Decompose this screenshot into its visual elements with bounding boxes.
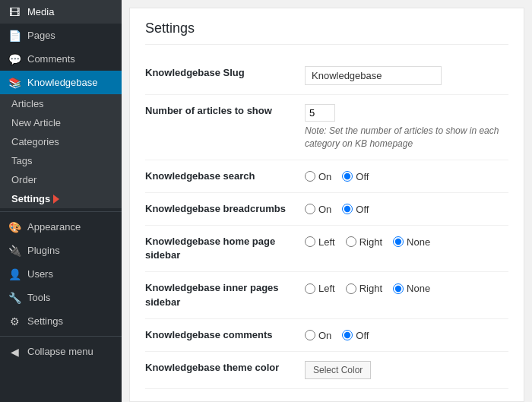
sidebar-item-label: Users: [27, 268, 53, 280]
sidebar-item-tools[interactable]: 🔧 Tools: [0, 286, 122, 309]
home-none-label[interactable]: None: [393, 236, 430, 248]
kb-comments-on-text: On: [318, 330, 331, 341]
settings-panel: Settings Knowledgebase Slug Number of ar…: [129, 8, 524, 402]
sidebar-item-label: Appearance: [27, 221, 81, 233]
sidebar-item-label: Settings: [27, 315, 63, 327]
sidebar-item-comments[interactable]: 💬 Comments: [0, 47, 122, 71]
submenu-item-new-article[interactable]: New Article: [0, 113, 122, 132]
sidebar-item-label: Comments: [27, 53, 75, 65]
search-off-label[interactable]: Off: [342, 171, 369, 182]
table-row: Number of articles to show Note: Set the…: [145, 95, 508, 160]
kb-comments-radio-group: On Off: [305, 328, 508, 341]
theme-color-label: Knowledgebase theme color: [145, 351, 305, 388]
plugins-icon: 🔌: [8, 245, 21, 256]
inner-sidebar-radio-group: Left Right None: [305, 281, 508, 294]
breadcrumbs-off-label[interactable]: Off: [342, 204, 369, 215]
home-none-text: None: [407, 236, 430, 248]
knowledgebase-icon: 📚: [8, 78, 21, 88]
slug-control: [305, 57, 508, 95]
sidebar-item-pages[interactable]: 📄 Pages: [0, 24, 122, 47]
sidebar-item-appearance[interactable]: 🎨 Appearance: [0, 215, 122, 239]
knowledgebase-submenu: Articles New Article Categories Tags Ord…: [0, 94, 122, 208]
submenu-item-order[interactable]: Order: [0, 170, 122, 189]
sidebar-item-label: Knowledgebase: [27, 77, 98, 88]
home-left-text: Left: [318, 236, 335, 248]
sidebar-item-users[interactable]: 👤 Users: [0, 262, 122, 286]
home-sidebar-label: Knowledgebase home page sidebar: [145, 225, 305, 271]
home-none-radio[interactable]: [393, 236, 404, 247]
inner-sidebar-control: Left Right None: [305, 272, 508, 318]
settings-icon: ⚙: [8, 316, 21, 327]
inner-sidebar-label: Knowledgebase inner pages sidebar: [145, 272, 305, 318]
sidebar-item-collapse[interactable]: ◀ Collapse menu: [0, 340, 122, 363]
inner-none-text: None: [407, 283, 430, 294]
search-on-radio[interactable]: [305, 171, 315, 182]
kb-comments-on-radio[interactable]: [305, 330, 315, 340]
sidebar-collapse-label: Collapse menu: [27, 346, 93, 357]
sidebar-item-plugins[interactable]: 🔌 Plugins: [0, 239, 122, 262]
slug-label: Knowledgebase Slug: [145, 57, 305, 95]
media-icon: 🎞: [8, 7, 21, 17]
settings-table: Knowledgebase Slug Number of articles to…: [145, 57, 508, 389]
theme-color-control: Select Color: [305, 351, 508, 388]
search-radio-group: On Off: [305, 169, 508, 182]
submenu-item-categories[interactable]: Categories: [0, 132, 122, 151]
home-right-text: Right: [359, 236, 382, 248]
breadcrumbs-on-text: On: [318, 204, 331, 215]
home-left-radio[interactable]: [305, 236, 315, 247]
search-on-text: On: [318, 171, 331, 182]
inner-left-label[interactable]: Left: [305, 283, 335, 294]
submenu-item-settings[interactable]: Settings: [0, 189, 122, 208]
home-left-label[interactable]: Left: [305, 236, 335, 248]
articles-count-input[interactable]: [305, 104, 335, 122]
breadcrumbs-on-label[interactable]: On: [305, 204, 331, 215]
kb-comments-on-label[interactable]: On: [305, 330, 331, 341]
select-color-button[interactable]: Select Color: [305, 361, 371, 379]
inner-none-label[interactable]: None: [393, 283, 430, 294]
home-sidebar-radio-group: Left Right None: [305, 235, 508, 248]
submenu-item-tags[interactable]: Tags: [0, 151, 122, 170]
breadcrumbs-off-text: Off: [356, 204, 369, 215]
articles-count-label: Number of articles to show: [145, 95, 305, 160]
search-on-label[interactable]: On: [305, 171, 331, 182]
inner-right-radio[interactable]: [346, 283, 356, 294]
table-row: Knowledgebase breadcrumbs On Off: [145, 192, 508, 225]
breadcrumbs-control: On Off: [305, 192, 508, 225]
search-off-radio[interactable]: [342, 171, 353, 182]
slug-input[interactable]: [305, 66, 442, 85]
articles-count-note: Note: Set the number of articles to show…: [305, 125, 508, 150]
tools-icon: 🔧: [8, 293, 21, 303]
comments-icon: 💬: [8, 54, 21, 65]
table-row: Knowledgebase search On Off: [145, 160, 508, 192]
inner-none-radio[interactable]: [393, 283, 404, 294]
inner-left-radio[interactable]: [305, 283, 315, 294]
table-row: Knowledgebase theme color Select Color: [145, 351, 508, 388]
breadcrumbs-on-radio[interactable]: [305, 204, 315, 214]
kb-comments-off-label[interactable]: Off: [342, 330, 369, 341]
sidebar-item-label: Tools: [27, 292, 50, 303]
table-row: Knowledgebase inner pages sidebar Left R…: [145, 272, 508, 318]
home-right-label[interactable]: Right: [346, 236, 382, 248]
home-right-radio[interactable]: [346, 236, 356, 247]
kb-comments-control: On Off: [305, 318, 508, 351]
articles-count-control: Note: Set the number of articles to show…: [305, 95, 508, 160]
breadcrumbs-radio-group: On Off: [305, 202, 508, 215]
table-row: Knowledgebase comments On Off: [145, 318, 508, 351]
inner-right-label[interactable]: Right: [346, 283, 382, 294]
table-row: Knowledgebase Slug: [145, 57, 508, 95]
breadcrumbs-off-radio[interactable]: [342, 204, 353, 214]
sidebar-item-knowledgebase[interactable]: 📚 Knowledgebase: [0, 71, 122, 94]
sidebar-item-label: Plugins: [27, 245, 60, 256]
search-label: Knowledgebase search: [145, 160, 305, 192]
kb-comments-off-text: Off: [356, 330, 369, 341]
users-icon: 👤: [8, 269, 21, 280]
submenu-item-articles[interactable]: Articles: [0, 94, 122, 113]
sidebar: 🎞 Media 📄 Pages 💬 Comments 📚 Knowledgeba…: [0, 0, 122, 402]
inner-left-text: Left: [318, 283, 335, 294]
sidebar-item-media[interactable]: 🎞 Media: [0, 0, 122, 24]
sidebar-item-label: Media: [27, 6, 54, 17]
breadcrumbs-label: Knowledgebase breadcrumbs: [145, 192, 305, 225]
collapse-icon: ◀: [8, 347, 21, 357]
kb-comments-off-radio[interactable]: [342, 330, 353, 340]
sidebar-item-settings[interactable]: ⚙ Settings: [0, 309, 122, 333]
